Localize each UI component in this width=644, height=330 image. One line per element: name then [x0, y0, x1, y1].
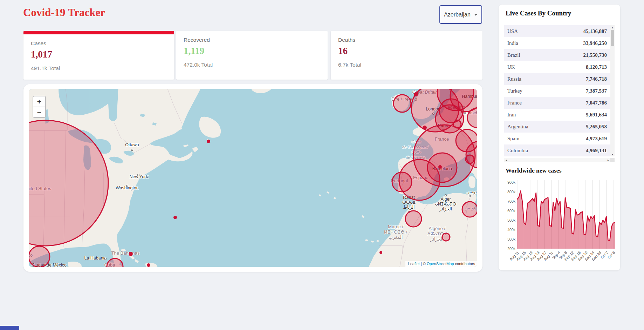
deaths-card[interactable]: Deaths 16 6.7k Total	[331, 31, 482, 80]
table-row: Colombia4,969,131	[504, 144, 610, 156]
case-circle[interactable]	[29, 246, 50, 267]
country-cell: France	[507, 100, 522, 106]
map-country-label: ⵍⵎⵖⵔⵉⴱ /	[384, 229, 407, 235]
case-dot[interactable]	[147, 264, 150, 267]
footer-accent-block	[0, 326, 19, 330]
chart-title: Worldwide new cases	[506, 167, 561, 174]
scroll-left-icon[interactable]: ◄	[504, 159, 508, 161]
city-marker	[105, 258, 107, 260]
case-dot[interactable]	[380, 251, 382, 254]
y-axis-tick: 700k	[507, 199, 516, 203]
horizontal-scrollbar[interactable]: ◄ ►	[504, 158, 615, 162]
map-city-label: ⵔⴱⴰⵟ	[402, 200, 416, 205]
city-marker	[126, 185, 128, 187]
case-dot[interactable]	[414, 93, 418, 96]
table-row: India33,946,250	[504, 37, 610, 49]
x-axis-tick: Oct 6	[607, 250, 616, 260]
case-circle[interactable]	[462, 202, 477, 217]
leaflet-map[interactable]: United StatesMéxicoCubaThe BahamasÉire /…	[29, 89, 477, 267]
map-city-label: Alger	[440, 197, 451, 202]
case-circle[interactable]	[393, 95, 411, 112]
city-marker	[469, 195, 471, 197]
map-canvas: United StatesMéxicoCubaThe BahamasÉire /…	[29, 89, 477, 267]
recovered-value: 1,119	[184, 46, 320, 56]
leaflet-link[interactable]: Leaflet	[408, 262, 420, 266]
country-cell: Turkey	[507, 88, 522, 94]
live-cases-title: Live Cases By Country	[506, 9, 571, 17]
cases-cell: 7,746,718	[586, 76, 607, 82]
country-cell: Iran	[507, 112, 516, 118]
osm-link[interactable]: OpenStreetMap	[427, 262, 454, 266]
y-axis-tick: 300k	[507, 237, 516, 241]
case-dot[interactable]	[129, 252, 132, 256]
scroll-right-icon[interactable]: ►	[606, 159, 610, 161]
y-axis-tick: 200k	[507, 247, 516, 251]
recovered-label: Recovered	[184, 37, 320, 43]
zoom-in-button[interactable]: +	[33, 96, 45, 107]
case-dot[interactable]	[174, 216, 177, 219]
table-row: Iran5,691,634	[504, 109, 610, 121]
chevron-down-icon	[474, 14, 478, 16]
countries-table-rows: USA45,136,887India33,946,250Brazil21,550…	[504, 25, 610, 156]
case-dot[interactable]	[207, 140, 210, 143]
deaths-value: 16	[338, 46, 475, 56]
attribution-tail: contributors	[455, 262, 475, 266]
cases-cell: 4,969,131	[586, 148, 607, 154]
map-attribution: Leaflet | © OpenStreetMap contributors	[405, 261, 477, 267]
case-circle[interactable]	[405, 211, 422, 227]
country-cell: Argentina	[507, 124, 528, 130]
country-cell: Colombia	[507, 148, 528, 154]
table-row: Argentina5,265,058	[504, 121, 610, 133]
country-cell: Spain	[507, 136, 519, 142]
y-axis-tick: 500k	[507, 218, 516, 222]
map-city-label: الجزائر	[439, 207, 452, 212]
case-circle[interactable]	[392, 172, 412, 192]
country-dropdown-value: Azerbaijan	[444, 12, 471, 18]
scrollbar-thumb[interactable]	[611, 30, 614, 46]
map-country-label: The Bahamas	[111, 250, 140, 256]
recovered-card[interactable]: Recovered 1,119 472.0k Total	[176, 31, 328, 80]
country-dropdown[interactable]: Azerbaijan	[439, 5, 482, 24]
cases-total: 491.1k Total	[31, 65, 167, 72]
cases-cell: 8,120,713	[586, 64, 607, 70]
map-city-label: الرباط	[403, 205, 415, 210]
map-country-label: Maroc /	[388, 224, 403, 229]
country-cell: UK	[507, 64, 515, 70]
map-city-label: تونس	[466, 189, 477, 195]
vertical-scrollbar[interactable]: ▲ ▼	[610, 25, 615, 156]
countries-table[interactable]: USA45,136,887India33,946,250Brazil21,550…	[504, 25, 615, 157]
case-dot[interactable]	[439, 166, 441, 168]
cases-cell: 33,946,250	[583, 40, 607, 46]
table-row: Brazil21,550,730	[504, 49, 610, 61]
cases-cell: 45,136,887	[583, 28, 607, 34]
scroll-up-icon[interactable]: ▲	[610, 25, 615, 29]
map-card: United StatesMéxicoCubaThe BahamasÉire /…	[23, 84, 482, 272]
recovered-total: 472.0k Total	[184, 62, 320, 68]
city-marker	[138, 174, 139, 176]
attribution-separator: |	[421, 262, 422, 266]
scroll-down-icon[interactable]: ▼	[610, 152, 615, 156]
deaths-label: Deaths	[338, 37, 475, 43]
cases-value: 1,017	[31, 49, 167, 60]
case-circle[interactable]	[442, 233, 450, 241]
cases-cell: 7,047,786	[586, 100, 607, 106]
cases-cell: 5,691,634	[586, 112, 607, 118]
cases-card[interactable]: Cases 1,017 491.1k Total	[23, 31, 174, 80]
cases-cell: 5,265,058	[586, 124, 607, 130]
city-marker	[445, 195, 447, 196]
table-row: Turkey7,387,537	[504, 85, 610, 97]
map-city-label: ⴰⵍⵊⵣⴰⵢⵔ	[435, 202, 457, 207]
country-cell: USA	[507, 28, 518, 34]
map-zoom-control: + −	[33, 96, 46, 118]
map-country-label: Algérie /	[429, 226, 445, 231]
map-country-label: الجزائر	[430, 236, 444, 242]
cases-cell: 7,387,537	[586, 88, 607, 94]
zoom-out-button[interactable]: −	[33, 107, 45, 117]
country-cell: India	[507, 40, 518, 46]
cases-label: Cases	[31, 40, 167, 47]
case-dot[interactable]	[423, 126, 426, 129]
x-axis-tick: Oct 2	[600, 250, 609, 260]
deaths-total: 6.7k Total	[338, 62, 475, 68]
table-row: France7,047,786	[504, 97, 610, 109]
worldwide-chart: 900k800k700k600k500k400k300k200kAug 11Au…	[501, 177, 618, 270]
